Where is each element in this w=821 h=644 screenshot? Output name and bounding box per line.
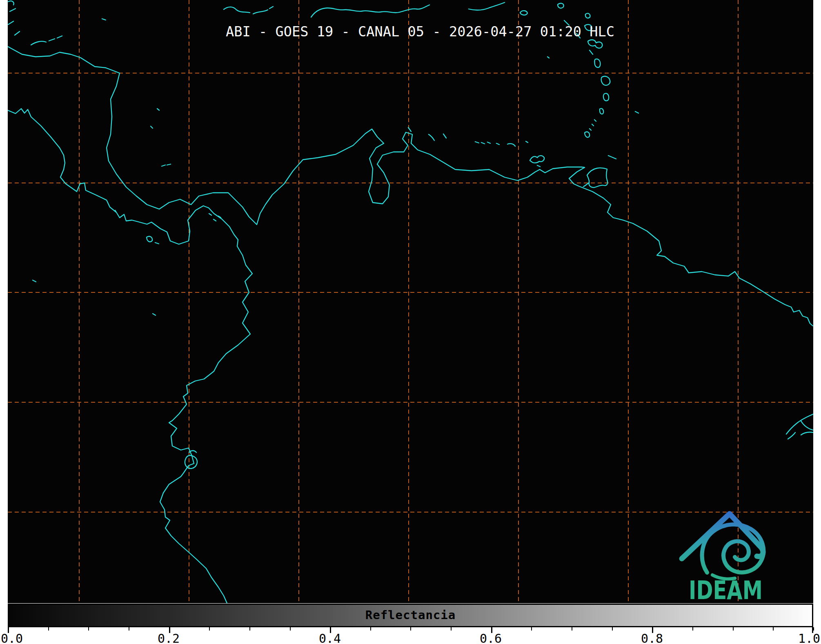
tick-label-1.0: 1.0	[798, 631, 820, 644]
tick-label-0.2: 0.2	[158, 631, 180, 644]
colorbar-label: Reflectancia	[0, 608, 821, 622]
logo-text: IDEAM	[689, 575, 763, 603]
image-title: ABI - GOES 19 - CANAL 05 - 2026-04-27 01…	[226, 24, 614, 40]
satellite-image-figure: ABI - GOES 19 - CANAL 05 - 2026-04-27 01…	[0, 0, 821, 644]
colorbar-minor-ticks	[8, 627, 814, 631]
map-background	[8, 0, 813, 603]
tick-label-0.4: 0.4	[319, 631, 341, 644]
tick-label-0.8: 0.8	[641, 631, 663, 644]
colorbar-axis	[8, 627, 814, 633]
map-canvas: ABI - GOES 19 - CANAL 05 - 2026-04-27 01…	[0, 0, 821, 603]
tick-label-0.6: 0.6	[480, 631, 502, 644]
tick-label-0.0: 0.0	[1, 631, 23, 644]
